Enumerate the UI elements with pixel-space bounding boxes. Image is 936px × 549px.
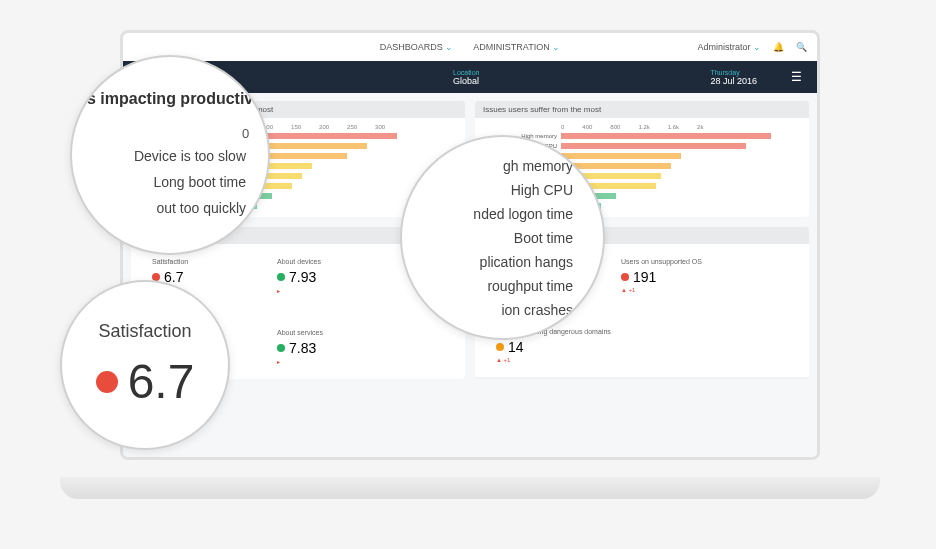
tick: 400 [582,124,592,130]
search-icon[interactable]: 🔍 [796,42,807,52]
magnifier-satisfaction: Satisfaction 6.7 [60,280,230,450]
metric-value: 14 [496,339,611,355]
lens-title: s impacting productivity [87,90,268,108]
metric-label: Satisfaction [152,258,242,265]
status-dot-icon [277,273,285,281]
status-dot-icon [621,273,629,281]
metric-value: 7.93 [277,269,367,285]
lens-list: gh memoryHigh CPUnded logon timeBoot tim… [402,154,603,322]
metric-delta: ▲ +1 [496,357,611,363]
metric[interactable]: Users on unsupported OS191▲ +1 [621,258,711,293]
lens-item: nded logon time [402,202,573,226]
menu-icon[interactable]: ☰ [791,70,802,84]
tick: 150 [291,124,301,130]
tick: 200 [319,124,329,130]
metric[interactable]: About services7.83▸ [277,329,367,365]
chevron-down-icon: ⌄ [753,42,761,52]
lens-item: Device is too slow [87,143,268,169]
magnifier-productivity: s impacting productivity 0 Device is too… [70,55,270,255]
nav-dashboards[interactable]: DASHBOARDS ⌄ [380,42,454,52]
lens-item: Boot time [402,226,573,250]
lens-list: Device is too slowLong boot timeout too … [87,143,268,221]
lens-title: Satisfaction [98,321,191,342]
metric[interactable]: About devices7.93▸ [277,258,367,294]
lens-item: roughput time [402,274,573,298]
metric-label: About services [277,329,367,336]
top-nav: DASHBOARDS ⌄ ADMINISTRATION ⌄ Administra… [123,33,817,61]
metric-label: About devices [277,258,367,265]
bar [561,153,681,159]
tick: 800 [610,124,620,130]
metric-label: Users on unsupported OS [621,258,711,265]
metric-delta: ▸ [277,287,367,294]
tick: 250 [347,124,357,130]
location-selector[interactable]: Location Global [453,69,479,86]
lens-big-value: 6.7 [96,354,195,409]
laptop-base [60,477,880,499]
chevron-down-icon: ⌄ [445,42,453,52]
bell-icon[interactable]: 🔔 [773,42,784,52]
tick: 1.2k [638,124,649,130]
metric-delta: ▲ +1 [621,287,711,293]
nav-administration[interactable]: ADMINISTRATION ⌄ [473,42,560,52]
chevron-down-icon: ⌄ [552,42,560,52]
metric-delta: ▸ [277,358,367,365]
metric-value: 191 [621,269,711,285]
status-dot-icon [496,343,504,351]
user-menu[interactable]: Administrator ⌄ [697,42,761,52]
tick: 0 [561,124,564,130]
card-title: Issues users suffer from the most [475,101,809,118]
tick: 300 [375,124,385,130]
lens-item: Long boot time [87,169,268,195]
tick: 2k [697,124,703,130]
status-dot-icon [96,371,118,393]
bar [561,143,746,149]
status-dot-icon [277,344,285,352]
lens-item: out too quickly [87,195,268,221]
tick: 1.6k [668,124,679,130]
lens-item: High CPU [402,178,573,202]
x-axis: 04008001.2k1.6k2k [561,124,803,130]
lens-item: plication hangs [402,250,573,274]
metric-value: 7.83 [277,340,367,356]
date-selector[interactable]: Thursday 28 Jul 2016 [710,69,757,86]
bar [561,133,771,139]
axis-zero: 0 [242,126,268,141]
magnifier-issues: gh memoryHigh CPUnded logon timeBoot tim… [400,135,605,340]
